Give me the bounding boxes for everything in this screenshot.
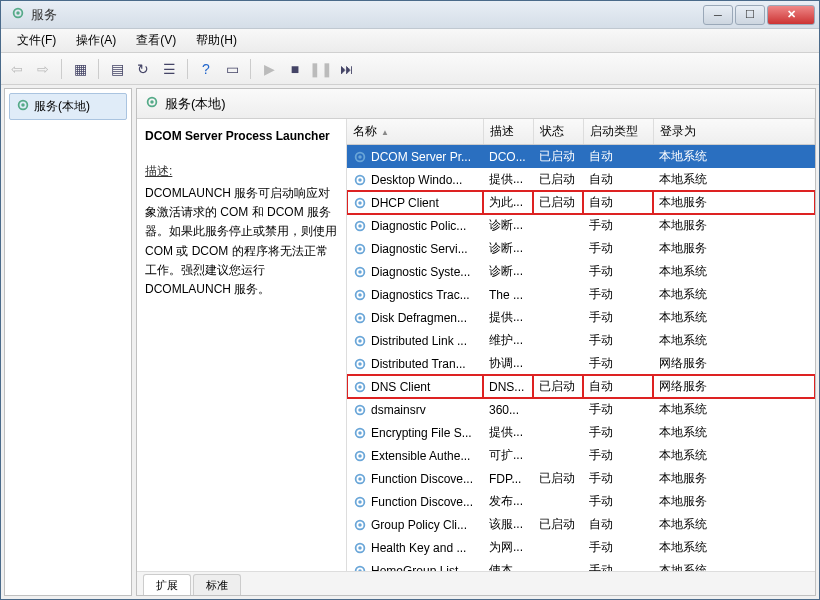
gear-icon xyxy=(353,265,367,279)
gear-icon xyxy=(353,472,367,486)
svg-point-31 xyxy=(358,431,362,435)
column-header-status[interactable]: 状态 xyxy=(533,119,583,145)
service-row[interactable]: Health Key and ...为网...手动本地系统 xyxy=(347,536,815,559)
tree-pane: 服务(本地) xyxy=(4,88,132,596)
start-service-button[interactable]: ▶ xyxy=(257,57,281,81)
svg-point-43 xyxy=(358,569,362,571)
svg-point-39 xyxy=(358,523,362,527)
svg-point-23 xyxy=(358,339,362,343)
menubar: 文件(F) 操作(A) 查看(V) 帮助(H) xyxy=(1,29,819,53)
app-icon xyxy=(11,6,25,23)
gear-icon xyxy=(353,196,367,210)
service-row[interactable]: Diagnostic Servi...诊断...手动本地服务 xyxy=(347,237,815,260)
detail-pane: DCOM Server Process Launcher 描述: DCOMLAU… xyxy=(137,119,347,571)
stop-service-button[interactable]: ■ xyxy=(283,57,307,81)
tab-extended[interactable]: 扩展 xyxy=(143,574,191,596)
back-button[interactable]: ⇦ xyxy=(5,57,29,81)
service-row[interactable]: HomeGroup List...使本...手动本地系统 xyxy=(347,559,815,571)
gear-icon xyxy=(353,380,367,394)
toolbar: ⇦ ⇨ ▦ ▤ ↻ ☰ ? ▭ ▶ ■ ❚❚ ⏭ xyxy=(1,53,819,85)
view-tabs: 扩展 标准 xyxy=(137,571,815,595)
gear-icon xyxy=(353,311,367,325)
tab-standard[interactable]: 标准 xyxy=(193,574,241,596)
gear-icon xyxy=(353,150,367,164)
svg-point-13 xyxy=(358,224,362,228)
svg-point-3 xyxy=(21,103,25,107)
tree-item-label: 服务(本地) xyxy=(34,98,90,115)
service-row[interactable]: Diagnostics Trac...The ...手动本地系统 xyxy=(347,283,815,306)
service-row[interactable]: dsmainsrv360...手动本地系统 xyxy=(347,398,815,421)
svg-point-41 xyxy=(358,546,362,550)
service-row[interactable]: DNS ClientDNS...已启动自动网络服务 xyxy=(347,375,815,398)
gear-icon xyxy=(16,98,30,115)
column-header-row: 名称 描述 状态 启动类型 登录为 xyxy=(347,119,815,145)
svg-point-5 xyxy=(150,100,154,104)
column-header-startup[interactable]: 启动类型 xyxy=(583,119,653,145)
menu-help[interactable]: 帮助(H) xyxy=(186,30,247,51)
service-row[interactable]: Desktop Windo...提供...已启动自动本地系统 xyxy=(347,168,815,191)
service-row[interactable]: Distributed Link ...维护...手动本地系统 xyxy=(347,329,815,352)
minimize-button[interactable]: ─ xyxy=(703,5,733,25)
svg-point-17 xyxy=(358,270,362,274)
menu-action[interactable]: 操作(A) xyxy=(66,30,126,51)
description-label: 描述: xyxy=(145,164,172,178)
properties-button[interactable]: ☰ xyxy=(157,57,181,81)
gear-icon xyxy=(353,288,367,302)
help-button[interactable]: ? xyxy=(194,57,218,81)
service-row[interactable]: Disk Defragmen...提供...手动本地系统 xyxy=(347,306,815,329)
gear-icon xyxy=(353,242,367,256)
titlebar[interactable]: 服务 ─ ☐ ✕ xyxy=(1,1,819,29)
menu-file[interactable]: 文件(F) xyxy=(7,30,66,51)
description-text: DCOMLAUNCH 服务可启动响应对象激活请求的 COM 和 DCOM 服务器… xyxy=(145,184,338,299)
show-hide-tree-button[interactable]: ▦ xyxy=(68,57,92,81)
toolbar-extra-button[interactable]: ▭ xyxy=(220,57,244,81)
forward-button[interactable]: ⇨ xyxy=(31,57,55,81)
service-row[interactable]: Group Policy Cli...该服...已启动自动本地系统 xyxy=(347,513,815,536)
gear-icon xyxy=(353,449,367,463)
gear-icon xyxy=(145,95,159,112)
service-row[interactable]: Distributed Tran...协调...手动网络服务 xyxy=(347,352,815,375)
services-list[interactable]: 名称 描述 状态 启动类型 登录为 DCOM Server Pr...DCO..… xyxy=(347,119,815,571)
services-window: 服务 ─ ☐ ✕ 文件(F) 操作(A) 查看(V) 帮助(H) ⇦ ⇨ ▦ ▤… xyxy=(0,0,820,600)
service-row[interactable]: Function Discove...FDP...已启动手动本地服务 xyxy=(347,467,815,490)
svg-point-9 xyxy=(358,178,362,182)
gear-icon xyxy=(353,334,367,348)
svg-point-7 xyxy=(358,155,362,159)
svg-point-21 xyxy=(358,316,362,320)
svg-point-27 xyxy=(358,385,362,389)
svg-point-15 xyxy=(358,247,362,251)
gear-icon xyxy=(353,518,367,532)
right-pane-header: 服务(本地) xyxy=(137,89,815,119)
service-row[interactable]: DCOM Server Pr...DCO...已启动自动本地系统 xyxy=(347,145,815,169)
service-row[interactable]: Function Discove...发布...手动本地服务 xyxy=(347,490,815,513)
column-header-desc[interactable]: 描述 xyxy=(483,119,533,145)
svg-point-1 xyxy=(16,11,20,15)
maximize-button[interactable]: ☐ xyxy=(735,5,765,25)
column-header-name[interactable]: 名称 xyxy=(347,119,483,145)
service-row[interactable]: Encrypting File S...提供...手动本地系统 xyxy=(347,421,815,444)
svg-point-33 xyxy=(358,454,362,458)
close-button[interactable]: ✕ xyxy=(767,5,815,25)
right-pane-title: 服务(本地) xyxy=(165,95,226,113)
gear-icon xyxy=(353,219,367,233)
column-header-logon[interactable]: 登录为 xyxy=(653,119,815,145)
refresh-button[interactable]: ↻ xyxy=(131,57,155,81)
restart-service-button[interactable]: ⏭ xyxy=(335,57,359,81)
export-list-button[interactable]: ▤ xyxy=(105,57,129,81)
gear-icon xyxy=(353,173,367,187)
window-title: 服务 xyxy=(31,6,701,24)
gear-icon xyxy=(353,426,367,440)
svg-point-19 xyxy=(358,293,362,297)
service-row[interactable]: Diagnostic Polic...诊断...手动本地服务 xyxy=(347,214,815,237)
gear-icon xyxy=(353,357,367,371)
pause-service-button[interactable]: ❚❚ xyxy=(309,57,333,81)
gear-icon xyxy=(353,403,367,417)
service-row[interactable]: Diagnostic Syste...诊断...手动本地系统 xyxy=(347,260,815,283)
service-row[interactable]: Extensible Authe...可扩...手动本地系统 xyxy=(347,444,815,467)
tree-item-services-local[interactable]: 服务(本地) xyxy=(9,93,127,120)
svg-point-29 xyxy=(358,408,362,412)
svg-point-25 xyxy=(358,362,362,366)
menu-view[interactable]: 查看(V) xyxy=(126,30,186,51)
service-row[interactable]: DHCP Client为此...已启动自动本地服务 xyxy=(347,191,815,214)
svg-point-11 xyxy=(358,201,362,205)
